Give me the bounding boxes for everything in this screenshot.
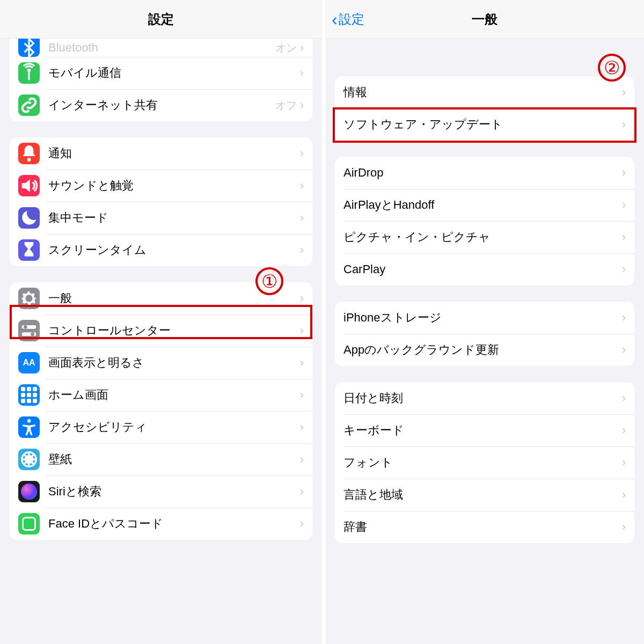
row-label: 通知	[48, 145, 300, 162]
row-notifications[interactable]: 通知 ›	[10, 137, 312, 170]
row-label: ソフトウェア・アップデート	[343, 116, 622, 133]
chevron-right-icon: ›	[300, 356, 304, 370]
chevron-right-icon: ›	[622, 118, 626, 131]
row-airplay-handoff[interactable]: AirPlayとHandoff ›	[335, 189, 634, 221]
row-fonts[interactable]: フォント ›	[335, 447, 634, 479]
row-general[interactable]: 一般 ›	[10, 282, 312, 314]
row-faceid[interactable]: Face IDとパスコード ›	[10, 508, 312, 540]
gear-icon	[18, 288, 40, 309]
row-date-time[interactable]: 日付と時刻 ›	[335, 382, 634, 414]
page-title: 設定	[148, 11, 174, 28]
back-label: 設定	[339, 11, 364, 28]
row-display[interactable]: AA 画面表示と明るさ ›	[10, 347, 312, 379]
row-label: コントロールセンター	[48, 323, 300, 339]
svg-point-0	[27, 69, 31, 72]
page-title: 一般	[472, 11, 497, 28]
general-group-2: AirDrop › AirPlayとHandoff › ピクチャ・イン・ピクチャ…	[335, 157, 634, 286]
navbar-settings: 設定	[0, 0, 322, 39]
row-control-center[interactable]: コントロールセンター ›	[10, 314, 312, 347]
row-label: 情報	[343, 84, 622, 100]
row-label: CarPlay	[343, 262, 622, 276]
settings-group-notifications: 通知 › サウンドと触覚 › 集中モード › スクリーンタイム ›	[10, 137, 312, 266]
chevron-right-icon: ›	[300, 243, 304, 257]
chevron-right-icon: ›	[622, 391, 626, 405]
chevron-right-icon: ›	[622, 262, 626, 276]
row-label: 画面表示と明るさ	[48, 355, 300, 371]
chevron-right-icon: ›	[300, 147, 304, 160]
chevron-right-icon: ›	[300, 291, 304, 305]
link-icon	[18, 94, 40, 116]
settings-group-general: 一般 › コントロールセンター › AA 画面表示と明るさ › ホーム画面 ›	[10, 282, 312, 540]
chevron-right-icon: ›	[300, 452, 304, 466]
row-airdrop[interactable]: AirDrop ›	[335, 157, 634, 189]
row-bluetooth[interactable]: Bluetooth オン ›	[10, 39, 312, 57]
chevron-right-icon: ›	[300, 179, 304, 193]
faceid-icon	[18, 513, 40, 535]
row-label: Bluetooth	[48, 41, 275, 55]
row-label: iPhoneストレージ	[343, 310, 622, 326]
row-detail: オン	[275, 41, 297, 55]
chevron-right-icon: ›	[300, 517, 304, 531]
row-about[interactable]: 情報 ›	[335, 76, 634, 108]
chevron-right-icon: ›	[300, 66, 304, 80]
row-home-screen[interactable]: ホーム画面 ›	[10, 379, 312, 411]
row-label: インターネット共有	[48, 97, 275, 113]
chevron-right-icon: ›	[300, 41, 304, 55]
row-language-region[interactable]: 言語と地域 ›	[335, 479, 634, 511]
row-screentime[interactable]: スクリーンタイム ›	[10, 234, 312, 266]
row-label: Siriと検索	[48, 484, 300, 500]
row-dictionary[interactable]: 辞書 ›	[335, 511, 634, 543]
text-size-icon: AA	[18, 352, 40, 374]
hourglass-icon	[18, 239, 40, 261]
chevron-right-icon: ›	[300, 420, 304, 434]
chevron-right-icon: ›	[622, 311, 626, 325]
row-label: サウンドと触覚	[48, 178, 300, 194]
row-iphone-storage[interactable]: iPhoneストレージ ›	[335, 302, 634, 334]
chevron-left-icon: ‹	[332, 11, 338, 28]
row-label: ホーム画面	[48, 387, 300, 403]
chevron-right-icon: ›	[300, 98, 304, 112]
moon-icon	[18, 207, 40, 229]
svg-point-6	[31, 332, 34, 336]
bluetooth-icon	[18, 39, 40, 57]
row-keyboard[interactable]: キーボード ›	[335, 414, 634, 447]
antenna-icon	[18, 62, 40, 84]
chevron-right-icon: ›	[300, 211, 304, 225]
navbar-general: ‹ 設定 一般	[325, 0, 644, 39]
chevron-right-icon: ›	[622, 85, 626, 99]
row-wallpaper[interactable]: 壁紙 ›	[10, 443, 312, 475]
row-label: キーボード	[343, 422, 622, 438]
chevron-right-icon: ›	[622, 456, 626, 470]
row-accessibility[interactable]: アクセシビリティ ›	[10, 411, 312, 443]
chevron-right-icon: ›	[622, 423, 626, 437]
row-focus[interactable]: 集中モード ›	[10, 202, 312, 234]
switches-icon	[18, 320, 40, 341]
row-label: スクリーンタイム	[48, 242, 300, 258]
row-cellular[interactable]: モバイル通信 ›	[10, 57, 312, 89]
chevron-right-icon: ›	[622, 343, 626, 357]
speaker-icon	[18, 175, 40, 196]
row-carplay[interactable]: CarPlay ›	[335, 253, 634, 286]
back-button[interactable]: ‹ 設定	[332, 11, 364, 28]
row-label: 集中モード	[48, 210, 300, 226]
siri-icon	[18, 481, 40, 502]
wallpaper-icon	[18, 449, 40, 470]
row-siri[interactable]: Siriと検索 ›	[10, 475, 312, 508]
row-label: ピクチャ・イン・ピクチャ	[343, 229, 622, 245]
row-label: モバイル通信	[48, 65, 300, 81]
row-sounds[interactable]: サウンドと触覚 ›	[10, 170, 312, 202]
row-label: 一般	[48, 290, 300, 306]
settings-group-connectivity: Bluetooth オン › モバイル通信 › インターネット共有 オフ ›	[10, 39, 312, 121]
accessibility-icon	[18, 416, 40, 438]
row-pip[interactable]: ピクチャ・イン・ピクチャ ›	[335, 221, 634, 253]
row-label: AirDrop	[343, 166, 622, 180]
chevron-right-icon: ›	[300, 324, 304, 338]
row-hotspot[interactable]: インターネット共有 オフ ›	[10, 89, 312, 121]
home-grid-icon	[18, 384, 40, 406]
chevron-right-icon: ›	[300, 485, 304, 499]
row-software-update[interactable]: ソフトウェア・アップデート ›	[335, 108, 634, 141]
row-label: フォント	[343, 455, 622, 471]
row-background-refresh[interactable]: Appのバックグラウンド更新 ›	[335, 334, 634, 366]
row-label: 言語と地域	[343, 487, 622, 503]
general-screen: ‹ 設定 一般 情報 › ソフトウェア・アップデート › AirDrop › A…	[322, 0, 644, 644]
